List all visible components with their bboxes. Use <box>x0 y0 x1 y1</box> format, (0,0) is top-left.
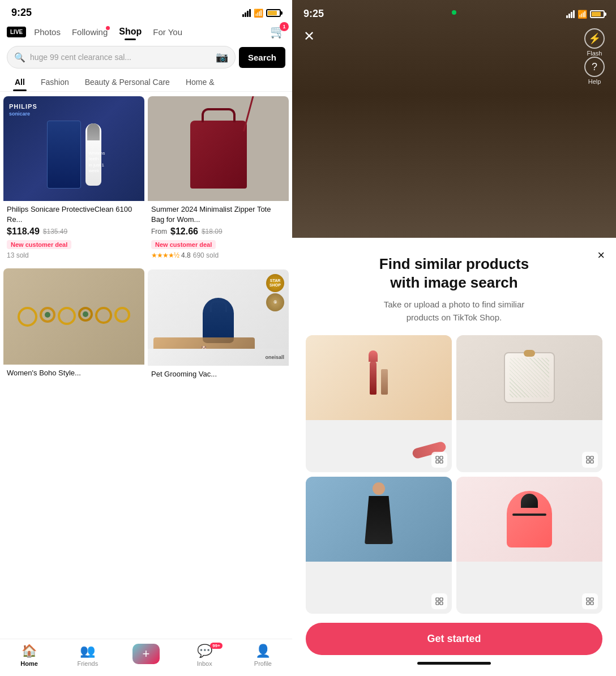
flash-icon: ⚡ <box>584 28 605 49</box>
profile-icon: 👤 <box>255 644 271 658</box>
purse-visual <box>504 352 555 403</box>
green-dot <box>452 10 456 15</box>
get-started-button[interactable]: Get started <box>306 623 602 655</box>
stars-icon: ★★★★½ <box>151 251 179 259</box>
modal-sheet: × Find similar productswith image search… <box>292 238 616 676</box>
product-name-rings: Women's Boho Style... <box>7 368 141 378</box>
device-head <box>521 494 538 508</box>
product-gallery <box>306 335 602 614</box>
deal-badge-bag: New customer deal <box>151 240 216 249</box>
inbox-badge: 99+ <box>210 643 223 649</box>
products-grid: PHILIPS sonicare Whitens teethin just 1 … <box>0 92 292 639</box>
tab-fashion[interactable]: Fashion <box>33 74 77 91</box>
tab-home[interactable]: Home & <box>178 74 223 91</box>
nav-shop[interactable]: Shop <box>116 24 145 39</box>
gallery-search-lipstick[interactable] <box>431 452 447 468</box>
friends-icon: 👥 <box>80 644 95 658</box>
svg-rect-2 <box>440 456 443 459</box>
product-card-philips[interactable]: PHILIPS sonicare Whitens teethin just 1 … <box>3 96 144 264</box>
gallery-item-purse[interactable] <box>456 335 602 472</box>
product-info-bag: Summer 2024 Minimalist Zipper Tote Bag f… <box>148 201 289 265</box>
right-panel: 9:25 📶 ✕ ⚡ Flash ? Help <box>292 0 616 676</box>
tab-all[interactable]: All <box>7 74 33 91</box>
product-card-rings[interactable]: Women's Boho Style... <box>3 268 144 385</box>
sold-philips: 13 sold <box>7 251 141 259</box>
search-placeholder: huge 99 cent clearance sal... <box>30 53 211 62</box>
product-card-vacuum[interactable]: STARSHOP ① 🐕 oneisall Pet Grooming Vac..… <box>148 269 289 386</box>
gallery-search-dress[interactable] <box>431 593 447 609</box>
brand-philips: PHILIPS <box>9 103 37 110</box>
bag-visual <box>190 121 247 189</box>
signal-icon <box>242 9 251 17</box>
help-icon: ? <box>584 57 605 77</box>
star-shop-badge: STARSHOP ① <box>266 274 284 311</box>
search-icon: 🔍 <box>14 52 25 63</box>
nav-following[interactable]: Following <box>69 25 111 39</box>
cart-icon[interactable]: 🛒 1 <box>270 24 285 39</box>
product-info-vacuum: Pet Grooming Vac... <box>148 366 289 386</box>
lipstick-stick <box>370 361 377 395</box>
svg-rect-5 <box>587 456 589 459</box>
gallery-search-purse[interactable] <box>582 452 598 468</box>
person-dress <box>365 496 393 544</box>
purse-pattern <box>510 358 549 397</box>
camera-close-button[interactable]: ✕ <box>303 28 315 44</box>
gallery-item-dress[interactable] <box>306 477 452 614</box>
bottom-nav-add[interactable]: + <box>117 644 175 667</box>
camera-help-button[interactable]: ? Help <box>584 57 605 85</box>
plus-icon: + <box>143 647 150 661</box>
bottom-nav-profile[interactable]: 👤 Profile <box>234 644 292 667</box>
svg-rect-4 <box>440 460 443 463</box>
camera-wifi-icon: 📶 <box>578 10 587 19</box>
bag-handle <box>202 108 236 122</box>
cart-badge: 1 <box>280 22 289 31</box>
dress-person <box>359 482 399 556</box>
bottom-nav-inbox[interactable]: 99+ 💬 Inbox <box>176 644 234 667</box>
bottom-nav-home[interactable]: 🏠 Home <box>0 644 58 667</box>
search-button[interactable]: Search <box>239 47 285 68</box>
brush-white: Whitens teethin just 1 week <box>85 123 101 186</box>
inbox-label: Inbox <box>197 660 212 667</box>
live-badge[interactable]: LIVE <box>7 27 26 37</box>
product-info-philips: Philips Sonicare ProtectiveClean 6100 Re… <box>3 201 144 264</box>
stars-row: ★★★★½ 4.8 690 sold <box>151 251 285 259</box>
vacuum-body <box>203 298 234 343</box>
lipstick-visual <box>370 361 388 395</box>
product-image-philips: PHILIPS sonicare Whitens teethin just 1 … <box>3 96 144 201</box>
svg-rect-12 <box>440 602 443 605</box>
help-label: Help <box>588 78 601 85</box>
product-info-rings: Women's Boho Style... <box>3 365 144 385</box>
svg-rect-9 <box>436 598 439 601</box>
star-badge-1: STARSHOP <box>266 274 284 292</box>
flash-label: Flash <box>587 50 602 57</box>
camera-icon[interactable]: 📷 <box>216 51 228 63</box>
purse-clasp <box>524 350 535 357</box>
status-icons-left: 📶 <box>242 8 281 18</box>
following-dot <box>106 26 110 30</box>
lipstick-tip <box>369 350 378 362</box>
price-bag: $12.66 <box>170 226 198 237</box>
svg-rect-7 <box>587 460 589 463</box>
nav-foryou[interactable]: For You <box>149 25 186 39</box>
wifi-icon: 📶 <box>254 8 263 18</box>
modal-close-button[interactable]: × <box>597 248 605 263</box>
camera-status-icons: 📶 <box>566 10 605 19</box>
whitens-text: Whitens teethin just 1 week <box>89 151 105 174</box>
svg-rect-0 <box>435 456 443 464</box>
bottom-nav-friends[interactable]: 👥 Friends <box>58 644 117 667</box>
add-button[interactable]: + <box>132 644 160 664</box>
search-input-wrapper[interactable]: 🔍 huge 99 cent clearance sal... 📷 <box>7 46 236 69</box>
device-stripe <box>512 514 546 516</box>
nav-photos[interactable]: Photos <box>31 25 64 39</box>
modal-subtitle: Take or upload a photo to find similiarp… <box>306 298 602 324</box>
product-card-bag[interactable]: Summer 2024 Minimalist Zipper Tote Bag f… <box>148 96 289 265</box>
camera-flash-button[interactable]: ⚡ Flash <box>584 28 605 57</box>
home-label: Home <box>20 660 38 667</box>
tab-beauty[interactable]: Beauty & Personal Care <box>77 74 178 91</box>
gallery-item-device[interactable] <box>456 477 602 614</box>
gallery-image-purse <box>456 335 602 420</box>
gallery-item-lipstick[interactable] <box>306 335 452 472</box>
status-bar-left: 9:25 📶 <box>0 0 292 21</box>
gallery-search-device[interactable] <box>582 593 598 609</box>
star-badge-2: ① <box>266 293 284 311</box>
